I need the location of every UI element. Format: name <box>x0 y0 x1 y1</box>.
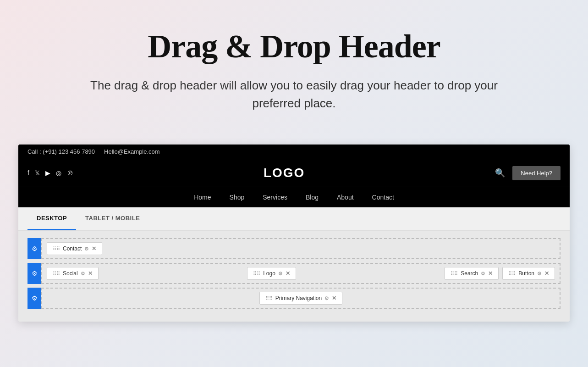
tab-tablet-mobile[interactable]: TABLET / MOBILE <box>76 207 149 230</box>
row3-gear-icon: ⚙ <box>32 295 38 302</box>
contact-drag-icon: ⠿⠿ <box>53 246 60 252</box>
row3-settings-button[interactable]: ⚙ <box>27 288 41 309</box>
search-label: Search <box>461 270 478 277</box>
nav-item-about[interactable]: About <box>337 194 354 201</box>
logo-gear-icon[interactable]: ⚙ <box>278 271 283 277</box>
demo-container: Call : (+91) 123 456 7890 Hello@Example.… <box>18 145 570 322</box>
need-help-button[interactable]: Need Help? <box>512 166 561 180</box>
instagram-icon[interactable]: ◎ <box>56 169 61 177</box>
email-text: Hello@Example.com <box>104 148 160 155</box>
nav-item-shop[interactable]: Shop <box>230 194 245 201</box>
header-search-icon[interactable]: 🔍 <box>495 168 505 178</box>
social-drag-icon: ⠿⠿ <box>53 271 60 277</box>
search-drag-item[interactable]: ⠿⠿ Search ⚙ ✕ <box>445 267 499 280</box>
logo-drag-icon: ⠿⠿ <box>253 271 260 277</box>
button-drag-item[interactable]: ⠿⠿ Button ⚙ ✕ <box>502 267 555 280</box>
social-label: Social <box>63 270 78 277</box>
row1-gear-icon: ⚙ <box>32 245 38 252</box>
hero-section: Drag & Drop Header The drag & drop heade… <box>0 0 588 131</box>
contact-gear-icon[interactable]: ⚙ <box>84 246 89 252</box>
row3-content: ⠿⠿ Primary Navigation ⚙ ✕ <box>41 288 561 309</box>
nav-close-icon[interactable]: ✕ <box>332 295 336 301</box>
row2-left: ⠿⠿ Social ⚙ ✕ <box>47 267 99 280</box>
row1-content: ⠿⠿ Contact ⚙ ✕ <box>41 238 561 259</box>
youtube-icon[interactable]: ▶ <box>45 169 50 177</box>
header-nav-row: Home Shop Services Blog About Contact <box>18 187 570 207</box>
social-icons-group: f 𝕏 ▶ ◎ ℗ <box>27 169 73 177</box>
row2-center: ⠿⠿ Logo ⚙ ✕ <box>247 267 296 280</box>
logo-label: Logo <box>263 270 275 277</box>
button-gear-icon[interactable]: ⚙ <box>537 271 542 277</box>
header-actions: 🔍 Need Help? <box>495 166 561 180</box>
hero-subtitle: The drag & drop header will allow you to… <box>88 77 500 112</box>
header-logo: LOGO <box>264 166 305 180</box>
twitter-icon[interactable]: 𝕏 <box>35 169 40 177</box>
facebook-icon[interactable]: f <box>27 169 29 177</box>
nav-drag-icon: ⠿⠿ <box>265 295 273 301</box>
logo-close-icon[interactable]: ✕ <box>286 270 290 277</box>
builder-row-1: ⚙ ⠿⠿ Contact ⚙ ✕ <box>27 238 561 259</box>
row2-right: ⠿⠿ Search ⚙ ✕ ⠿⠿ Button ⚙ ✕ <box>445 267 555 280</box>
nav-item-services[interactable]: Services <box>263 194 287 201</box>
row2-gear-icon: ⚙ <box>32 270 38 277</box>
nav-item-home[interactable]: Home <box>194 194 211 201</box>
pinterest-icon[interactable]: ℗ <box>67 169 73 177</box>
row2-content: ⠿⠿ Social ⚙ ✕ ⠿⠿ Logo ⚙ ✕ <box>41 263 561 284</box>
header-preview: Call : (+91) 123 456 7890 Hello@Example.… <box>18 145 570 207</box>
social-drag-item[interactable]: ⠿⠿ Social ⚙ ✕ <box>47 267 99 280</box>
button-drag-icon: ⠿⠿ <box>508 271 516 277</box>
nav-item-blog[interactable]: Blog <box>306 194 319 201</box>
social-close-icon[interactable]: ✕ <box>88 270 93 277</box>
nav-gear-icon[interactable]: ⚙ <box>324 295 329 301</box>
header-top-bar: Call : (+91) 123 456 7890 Hello@Example.… <box>18 145 570 159</box>
tab-desktop[interactable]: DESKTOP <box>27 207 76 230</box>
builder-row-3: ⚙ ⠿⠿ Primary Navigation ⚙ ✕ <box>27 288 561 309</box>
row2-settings-button[interactable]: ⚙ <box>27 263 41 284</box>
builder-row-2: ⚙ ⠿⠿ Social ⚙ ✕ ⠿⠿ Logo <box>27 263 561 284</box>
nav-item-contact[interactable]: Contact <box>372 194 394 201</box>
page-title: Drag & Drop Header <box>9 28 579 66</box>
header-main-row: f 𝕏 ▶ ◎ ℗ LOGO 🔍 Need Help? <box>18 159 570 187</box>
primary-navigation-label: Primary Navigation <box>275 295 322 301</box>
primary-navigation-drag-item[interactable]: ⠿⠿ Primary Navigation ⚙ ✕ <box>259 292 342 305</box>
contact-drag-item[interactable]: ⠿⠿ Contact ⚙ ✕ <box>47 242 102 255</box>
contact-close-icon[interactable]: ✕ <box>92 245 96 252</box>
logo-drag-item[interactable]: ⠿⠿ Logo ⚙ ✕ <box>247 267 296 280</box>
search-drag-icon: ⠿⠿ <box>451 271 458 277</box>
button-label: Button <box>518 270 534 277</box>
builder-section: ⚙ ⠿⠿ Contact ⚙ ✕ ⚙ ⠿⠿ S <box>18 231 570 322</box>
view-tabs: DESKTOP TABLET / MOBILE <box>18 207 570 231</box>
contact-label: Contact <box>63 245 82 252</box>
row1-settings-button[interactable]: ⚙ <box>27 238 41 259</box>
phone-text: Call : (+91) 123 456 7890 <box>27 148 95 155</box>
button-close-icon[interactable]: ✕ <box>544 270 549 277</box>
social-gear-icon[interactable]: ⚙ <box>81 271 85 277</box>
search-gear-icon[interactable]: ⚙ <box>481 271 485 277</box>
search-close-icon[interactable]: ✕ <box>488 270 493 277</box>
